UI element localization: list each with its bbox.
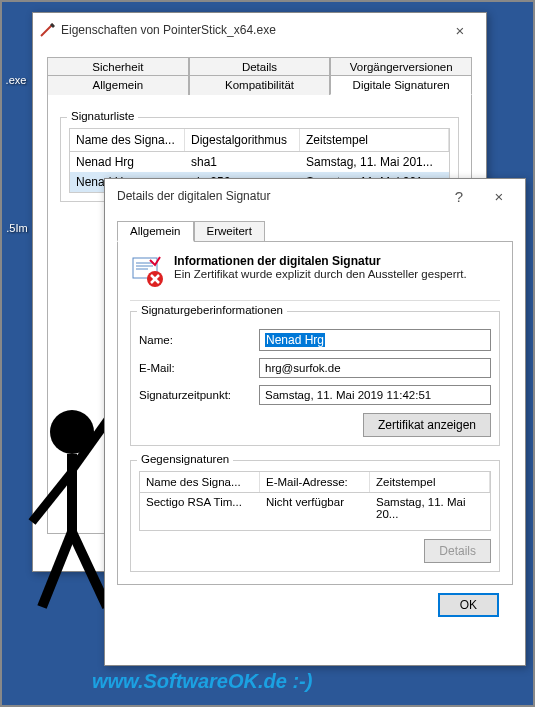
counter-list-body: Sectigo RSA Tim... Nicht verfügbar Samst… [139,493,491,531]
tab-kompat[interactable]: Kompatibilität [189,75,331,95]
countersignatures-label: Gegensignaturen [137,453,233,465]
ccol-email[interactable]: E-Mail-Adresse: [260,472,370,492]
svg-line-8 [42,532,72,607]
signer-info-label: Signaturgeberinformationen [137,304,287,316]
signtime-field[interactable]: Samstag, 11. Mai 2019 11:42:51 [259,385,491,405]
tab-row-2: Allgemein Kompatibilität Digitale Signat… [47,75,472,95]
details-help-button[interactable]: ? [439,182,479,210]
tab-details[interactable]: Details [189,57,331,76]
signature-list-header: Name des Signa... Digestalgorithmus Zeit… [69,128,450,152]
properties-title: Eigenschaften von PointerStick_x64.exe [61,23,440,37]
tab-row-1: Sicherheit Details Vorgängerversionen [47,57,472,76]
details-button: Details [424,539,491,563]
svg-line-7 [32,472,72,522]
desktop-label-1: .exe [2,74,30,86]
desktop-label-2: .5Im [2,222,32,234]
app-icon [39,22,55,38]
certificate-error-icon [130,254,164,288]
details-titlebar[interactable]: Details der digitalen Signatur ? × [105,179,525,213]
signature-list-label: Signaturliste [67,110,138,122]
signature-details-dialog: Details der digitalen Signatur ? × Allge… [104,178,526,666]
info-text: Ein Zertifikat wurde explizit durch den … [174,268,467,280]
name-label: Name: [139,334,259,346]
details-tab-panel: Informationen der digitalen Signatur Ein… [117,242,513,585]
properties-titlebar[interactable]: Eigenschaften von PointerStick_x64.exe × [33,13,486,47]
counter-row[interactable]: Sectigo RSA Tim... Nicht verfügbar Samst… [140,493,490,523]
view-certificate-button[interactable]: Zertifikat anzeigen [363,413,491,437]
watermark-text: www.SoftwareOK.de :-) [92,670,312,693]
tab-vorganger[interactable]: Vorgängerversionen [330,57,472,76]
signtime-label: Signaturzeitpunkt: [139,389,259,401]
properties-close-button[interactable]: × [440,16,480,44]
ccol-name[interactable]: Name des Signa... [140,472,260,492]
email-label: E-Mail: [139,362,259,374]
tab-allgemein[interactable]: Allgemein [47,75,189,95]
ok-button[interactable]: OK [438,593,499,617]
tab-allgemein-2[interactable]: Allgemein [117,221,194,242]
tab-erweitert[interactable]: Erweitert [194,221,265,241]
details-close-button[interactable]: × [479,182,519,210]
col-digest[interactable]: Digestalgorithmus [185,129,300,151]
details-title: Details der digitalen Signatur [111,189,439,203]
svg-line-9 [72,532,107,607]
info-title: Informationen der digitalen Signatur [174,254,467,268]
tab-sicherheit[interactable]: Sicherheit [47,57,189,76]
countersignatures-group: Gegensignaturen Name des Signa... E-Mail… [130,460,500,572]
signature-row[interactable]: Nenad Hrg sha1 Samstag, 11. Mai 201... [70,152,449,172]
col-name[interactable]: Name des Signa... [70,129,185,151]
signer-info-group: Signaturgeberinformationen Name: Nenad H… [130,311,500,446]
tab-digsig[interactable]: Digitale Signaturen [330,75,472,95]
col-time[interactable]: Zeitstempel [300,129,449,151]
counter-list-header: Name des Signa... E-Mail-Adresse: Zeitst… [139,471,491,493]
name-field[interactable]: Nenad Hrg [259,329,491,351]
ccol-time[interactable]: Zeitstempel [370,472,490,492]
email-field[interactable]: hrg@surfok.de [259,358,491,378]
